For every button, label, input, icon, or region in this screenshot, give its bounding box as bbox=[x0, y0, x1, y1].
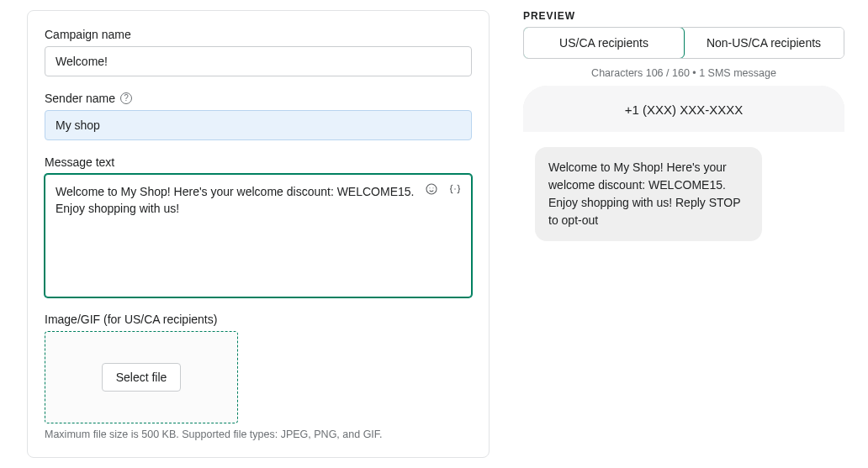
svg-point-0 bbox=[426, 184, 437, 194]
message-textarea-wrap bbox=[45, 174, 472, 297]
campaign-name-field: Campaign name bbox=[45, 28, 472, 76]
svg-point-1 bbox=[429, 187, 430, 188]
campaign-name-input[interactable] bbox=[45, 46, 472, 76]
sender-name-field: Sender name ? bbox=[45, 92, 472, 140]
phone-body: Welcome to My Shop! Here's your welcome … bbox=[523, 132, 844, 426]
phone-preview: +1 (XXX) XXX-XXXX Welcome to My Shop! He… bbox=[523, 86, 844, 426]
preview-label: PREVIEW bbox=[523, 10, 844, 22]
sender-name-label-text: Sender name bbox=[45, 92, 115, 105]
variable-icon[interactable] bbox=[447, 181, 463, 197]
svg-point-2 bbox=[432, 187, 433, 188]
sender-name-label: Sender name ? bbox=[45, 92, 472, 105]
image-field: Image/GIF (for US/CA recipients) Select … bbox=[45, 313, 472, 440]
campaign-name-label: Campaign name bbox=[45, 28, 472, 41]
image-label: Image/GIF (for US/CA recipients) bbox=[45, 313, 472, 326]
recipient-segmented-control: US/CA recipients Non-US/CA recipients bbox=[523, 27, 844, 59]
tab-non-us-ca-recipients[interactable]: Non-US/CA recipients bbox=[684, 28, 844, 58]
preview-column: PREVIEW US/CA recipients Non-US/CA recip… bbox=[523, 10, 844, 458]
character-count: Characters 106 / 160 • 1 SMS message bbox=[523, 67, 844, 79]
image-hint: Maximum file size is 500 KB. Supported f… bbox=[45, 429, 472, 440]
campaign-form-card: Campaign name Sender name ? Message text bbox=[27, 10, 490, 458]
textarea-icon-row bbox=[424, 181, 463, 197]
tab-us-ca-recipients[interactable]: US/CA recipients bbox=[523, 27, 685, 59]
svg-point-3 bbox=[454, 188, 455, 189]
message-text-field: Message text bbox=[45, 155, 472, 297]
emoji-icon[interactable] bbox=[424, 181, 439, 197]
message-textarea[interactable] bbox=[45, 175, 471, 294]
image-dropzone[interactable]: Select file bbox=[45, 331, 238, 423]
help-icon[interactable]: ? bbox=[120, 92, 132, 104]
select-file-button[interactable]: Select file bbox=[102, 363, 182, 392]
message-bubble: Welcome to My Shop! Here's your welcome … bbox=[535, 147, 762, 241]
sender-name-input[interactable] bbox=[45, 110, 472, 140]
message-text-label: Message text bbox=[45, 155, 472, 169]
phone-number: +1 (XXX) XXX-XXXX bbox=[523, 86, 844, 132]
